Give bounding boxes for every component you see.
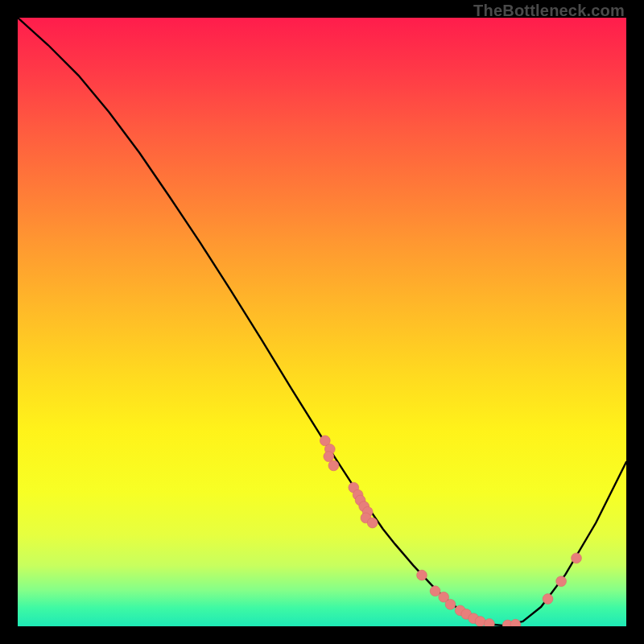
data-marker [324, 452, 334, 462]
bottleneck-curve [18, 18, 626, 625]
data-marker [556, 576, 567, 587]
data-markers [320, 436, 581, 626]
data-marker [445, 599, 456, 609]
data-marker [328, 460, 339, 471]
data-marker [475, 617, 485, 626]
data-marker [510, 619, 521, 626]
data-marker [543, 594, 553, 605]
data-marker [367, 518, 378, 528]
data-marker [485, 619, 495, 626]
data-marker [572, 553, 582, 564]
data-marker [417, 570, 427, 580]
data-marker [430, 586, 440, 597]
chart-svg [18, 18, 626, 626]
